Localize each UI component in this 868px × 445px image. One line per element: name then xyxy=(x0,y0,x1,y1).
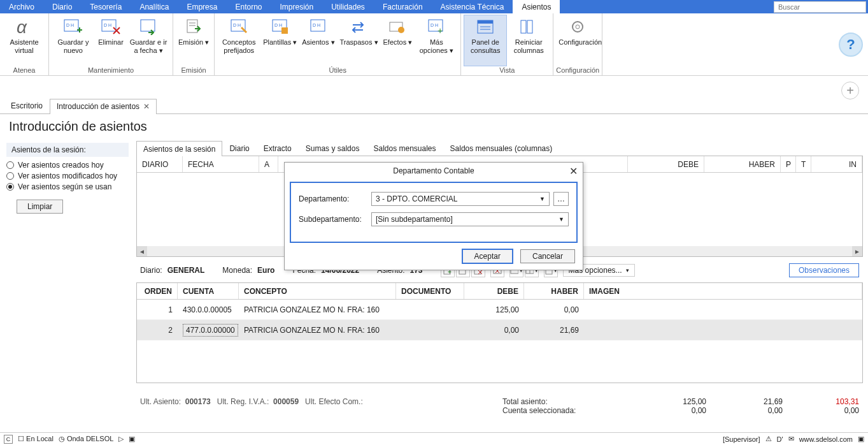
ult-reg-value: 000059 xyxy=(273,397,299,406)
menu-analitica[interactable]: Analítica xyxy=(131,0,178,13)
transfer-icon xyxy=(348,17,371,36)
col-orden[interactable]: ORDEN xyxy=(137,283,178,299)
sub-tabs: Asientos de la sesión Diario Extracto Su… xyxy=(136,140,863,156)
cancelar-button[interactable]: Cancelar xyxy=(520,249,575,263)
menu-asientos[interactable]: Asientos xyxy=(513,0,560,13)
radio-label: Ver asientos según se usan xyxy=(18,182,111,191)
svg-text:D H: D H xyxy=(104,23,111,27)
observaciones-button[interactable]: Observaciones xyxy=(789,263,859,277)
col-debe[interactable]: DEBE xyxy=(628,156,704,172)
search-input[interactable] xyxy=(774,1,866,13)
col-a[interactable]: A xyxy=(259,156,278,172)
table-row[interactable]: 2 477.0.0.00000 PATRICIA GONZALEZ MO N. … xyxy=(137,320,862,340)
col-in[interactable]: IN xyxy=(811,156,862,172)
conceptos-prefijados-button[interactable]: D HConceptos prefijados xyxy=(217,15,260,66)
warning-icon[interactable]: ⚠ xyxy=(765,435,772,443)
emision-button[interactable]: Emisión ▾ xyxy=(176,15,211,66)
cell-cuenta[interactable]: 477.0.0.00000 xyxy=(178,324,239,337)
menu-asistencia[interactable]: Asistencia Técnica xyxy=(432,0,513,13)
radio-segun-usan[interactable]: Ver asientos según se usan xyxy=(6,182,129,191)
status-onda[interactable]: ◷ Onda DELSOL xyxy=(59,435,113,443)
col-diario[interactable]: DIARIO xyxy=(137,156,183,172)
guardar-y-nuevo-button[interactable]: D HGuardar y nuevo xyxy=(52,15,95,66)
table-row[interactable]: 1 430.0.0.00005 PATRICIA GONZALEZ MO N. … xyxy=(137,300,862,320)
subtab-saldos-cols[interactable]: Saldos mensuales (columnas) xyxy=(443,140,560,156)
plantillas-button[interactable]: D HPlantillas ▾ xyxy=(260,15,299,66)
alpha-icon: α xyxy=(13,17,36,36)
status-url[interactable]: www.sdelsol.com xyxy=(799,435,853,443)
col-fecha[interactable]: FECHA xyxy=(183,156,259,172)
limpiar-button[interactable]: Limpiar xyxy=(17,200,63,214)
svg-text:D H: D H xyxy=(313,23,320,27)
menu-entorno[interactable]: Entorno xyxy=(226,0,271,13)
col-concepto[interactable]: CONCEPTO xyxy=(239,283,396,299)
ribbon-label: Conceptos prefijados xyxy=(220,38,258,55)
menu-empresa[interactable]: Empresa xyxy=(178,0,226,13)
lines-grid: ORDEN CUENTA CONCEPTO DOCUMENTO DEBE HAB… xyxy=(136,282,863,383)
cell-cuenta: 430.0.0.00005 xyxy=(178,305,239,314)
col-t[interactable]: T xyxy=(796,156,811,172)
dialog-title-text: Departamento Contable xyxy=(393,166,474,175)
print-icon xyxy=(182,17,205,36)
subtab-sumas[interactable]: Sumas y saldos xyxy=(299,140,367,156)
dept-label: Departamento: xyxy=(299,194,367,203)
guardar-ir-a-fecha-button[interactable]: Guardar e ir a fecha ▾ xyxy=(127,15,170,66)
mail-icon[interactable]: ✉ xyxy=(788,435,794,443)
delete-icon: D H xyxy=(99,17,122,36)
total-asiento-label: Total asiento: xyxy=(502,397,630,406)
subtab-saldos-mens[interactable]: Saldos mensuales xyxy=(366,140,443,156)
col-haber2[interactable]: HABER xyxy=(524,283,584,299)
col-p[interactable]: P xyxy=(781,156,796,172)
dept-browse-button[interactable]: … xyxy=(553,192,569,206)
tab-escritorio[interactable]: Escritorio xyxy=(4,98,50,113)
play-icon[interactable]: ▷ xyxy=(118,435,124,443)
cell-debe: 125,00 xyxy=(464,305,524,314)
status-c-icon[interactable]: C xyxy=(4,435,13,444)
subtab-sesion[interactable]: Asientos de la sesión xyxy=(136,141,222,156)
moneda-label: Moneda: xyxy=(222,266,252,275)
menu-diario[interactable]: Diario xyxy=(43,0,81,13)
menu-archivo[interactable]: Archivo xyxy=(0,0,43,13)
col-cuenta[interactable]: CUENTA xyxy=(178,283,239,299)
ribbon-label: Reiniciar columnas xyxy=(509,38,548,55)
templates-icon: D H xyxy=(269,17,292,36)
radio-modificados-hoy[interactable]: Ver asientos modificados hoy xyxy=(6,171,129,180)
traspasos-button[interactable]: Traspasos ▾ xyxy=(338,15,381,66)
close-icon[interactable]: ✕ xyxy=(569,165,578,177)
menu-utilidades[interactable]: Utilidades xyxy=(322,0,374,13)
asistente-virtual-button[interactable]: α Asistente virtual xyxy=(3,15,46,66)
window-icon[interactable]: ▣ xyxy=(858,435,864,443)
subdept-dropdown[interactable]: [Sin subdepartamento]▼ xyxy=(371,212,569,226)
tab-introduccion[interactable]: Introducción de asientos✕ xyxy=(50,99,157,114)
aceptar-button[interactable]: Aceptar xyxy=(462,249,513,263)
scroll-left-icon[interactable]: ◄ xyxy=(137,246,147,256)
col-documento[interactable]: DOCUMENTO xyxy=(396,283,464,299)
ribbon-group-label: Mantenimiento xyxy=(52,66,170,75)
mas-opciones-button[interactable]: D H+Más opciones ▾ xyxy=(415,15,458,66)
add-tab-button[interactable]: + xyxy=(841,82,859,99)
record-icon[interactable]: ▣ xyxy=(129,435,135,443)
efectos-button[interactable]: Efectos ▾ xyxy=(381,15,415,66)
subtab-extracto[interactable]: Extracto xyxy=(257,140,299,156)
dept-dropdown[interactable]: 3 - DPTO. COMERCIAL▼ xyxy=(371,192,550,206)
eliminar-button[interactable]: D HEliminar xyxy=(95,15,127,66)
scroll-right-icon[interactable]: ► xyxy=(852,246,862,256)
col-imagen[interactable]: IMAGEN xyxy=(584,283,862,299)
panel-de-consultas-button[interactable]: Panel de consultas xyxy=(464,15,507,66)
col-debe2[interactable]: DEBE xyxy=(464,283,524,299)
menu-facturacion[interactable]: Facturación xyxy=(374,0,432,13)
cuenta-edit[interactable]: 477.0.0.00000 xyxy=(183,324,238,337)
help-icon[interactable]: ? xyxy=(839,33,863,57)
menu-impresion[interactable]: Impresión xyxy=(271,0,322,13)
radio-creados-hoy[interactable]: Ver asientos creados hoy xyxy=(6,161,129,170)
col-haber[interactable]: HABER xyxy=(704,156,781,172)
configuracion-button[interactable]: Configuración xyxy=(556,15,599,66)
subtab-diario[interactable]: Diario xyxy=(222,140,256,156)
ribbon-label: Plantillas ▾ xyxy=(263,38,297,47)
close-icon[interactable]: ✕ xyxy=(143,102,150,111)
asientos-util-button[interactable]: D HAsientos ▾ xyxy=(299,15,337,66)
menu-tesoreria[interactable]: Tesorería xyxy=(81,0,131,13)
reiniciar-columnas-button[interactable]: Reiniciar columnas xyxy=(507,15,550,66)
cell-debe: 0,00 xyxy=(464,326,524,335)
device-icon[interactable]: D' xyxy=(777,435,783,443)
